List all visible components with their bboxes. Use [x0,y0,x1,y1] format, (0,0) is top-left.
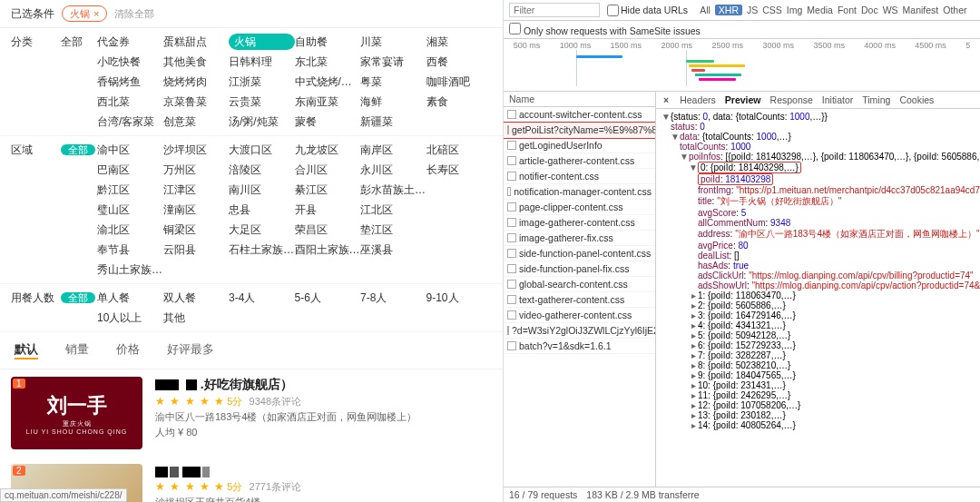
filter-option[interactable] [163,260,230,280]
filter-option[interactable]: 咖啡酒吧 [426,72,493,92]
request-row[interactable]: getLoginedUserInfo [504,138,655,153]
filter-option[interactable] [229,308,295,328]
request-row[interactable]: article-gatherer-content.css [504,153,655,169]
filter-option[interactable] [426,240,493,260]
filter-option[interactable]: 海鲜 [360,92,426,112]
filter-option[interactable] [426,220,493,240]
hide-data-urls-checkbox[interactable]: Hide data URLs [607,5,688,16]
area-all[interactable]: 全部 [61,144,95,155]
filter-option[interactable]: 酉阳土家族苗族自治县 [295,240,361,260]
waterfall-bar[interactable] [689,64,745,67]
filter-option[interactable]: 渝中区 [97,140,163,160]
filter-option[interactable]: 其他美食 [163,52,230,72]
filter-option[interactable]: 西北菜 [97,92,163,112]
filter-option[interactable]: 巴南区 [97,160,163,180]
tab-timing[interactable]: Timing [862,94,890,105]
filter-type-font[interactable]: Font [838,5,857,15]
filter-option[interactable]: 南川区 [229,180,295,200]
filter-option[interactable]: 火锅 [229,34,295,50]
filter-option[interactable]: 双人餐 [163,288,230,308]
filter-option[interactable]: 云阳县 [163,240,230,260]
filter-option[interactable]: 永川区 [360,160,426,180]
filter-option[interactable] [426,180,493,200]
waterfall-bar[interactable] [691,69,705,72]
filter-option[interactable]: 5-6人 [295,288,361,308]
sort-price[interactable]: 价格 [116,341,140,359]
filter-type-img[interactable]: Img [787,5,803,15]
sort-sales[interactable]: 销量 [65,341,89,359]
filter-option[interactable]: 铜梁区 [163,220,230,240]
filter-type-js[interactable]: JS [747,5,758,15]
request-list[interactable]: Name account-switcher-content.cssgetPoiL… [504,92,656,487]
filter-option[interactable]: 汤/粥/炖菜 [229,112,295,132]
filter-option[interactable]: 江北区 [360,200,426,220]
request-row[interactable]: image-gatherer-fix.css [504,231,655,246]
filter-option[interactable] [426,308,493,328]
tab-initiator[interactable]: Initiator [822,94,853,105]
filter-option[interactable]: 中式烧烤/烤串 [295,72,361,92]
filter-type-media[interactable]: Media [807,5,833,15]
sort-best[interactable]: 好评最多 [167,341,214,359]
filter-option[interactable]: 日韩料理 [229,52,295,72]
filter-option[interactable]: 巫溪县 [360,240,426,260]
filter-option[interactable]: 烧烤烤肉 [163,72,230,92]
waterfall-bar[interactable] [576,55,622,58]
samesite-checkbox[interactable]: Only show requests with SameSite issues [509,25,701,36]
filter-option[interactable] [229,260,295,280]
filter-option[interactable]: 小吃快餐 [97,52,163,72]
filter-option[interactable]: 东南亚菜 [295,92,361,112]
filter-option[interactable]: 奉节县 [97,240,163,260]
filter-option[interactable]: 大渡口区 [229,140,295,160]
filter-option[interactable]: 蒙餐 [295,112,361,132]
filter-option[interactable]: 川菜 [360,32,426,52]
filter-option[interactable] [426,260,493,280]
waterfall-bar[interactable] [686,60,714,63]
filter-type-other[interactable]: Other [943,5,966,15]
filter-option[interactable]: 自助餐 [295,32,361,52]
filter-input[interactable] [509,3,600,17]
request-row[interactable]: side-function-panel-content.css [504,246,655,261]
filter-option[interactable]: 云贵菜 [229,92,295,112]
filter-option[interactable]: 北碚区 [426,140,493,160]
request-row[interactable]: notification-manager-content.css [504,184,655,200]
filter-type-xhr[interactable]: XHR [715,5,742,15]
tab-cookies[interactable]: Cookies [899,94,934,105]
request-row[interactable]: account-switcher-content.css [504,107,655,123]
request-row[interactable]: video-gatherer-content.css [504,308,655,323]
filter-option[interactable]: 10人以上 [97,308,163,328]
filter-option[interactable] [360,260,426,280]
filter-option[interactable]: 大足区 [229,220,295,240]
filter-option[interactable]: 粤菜 [360,72,426,92]
clear-all-link[interactable]: 清除全部 [114,7,154,21]
filter-option[interactable] [426,112,493,132]
filter-option[interactable]: 忠县 [229,200,295,220]
filter-type-css[interactable]: CSS [762,5,782,15]
filter-option[interactable] [360,308,426,328]
review-count[interactable]: 9348条评论 [250,396,301,407]
request-row[interactable]: notifier-content.css [504,169,655,184]
filter-option[interactable]: 东北菜 [295,52,361,72]
filter-option[interactable]: 潼南区 [163,200,230,220]
filter-type-ws[interactable]: WS [883,5,898,15]
tab-headers[interactable]: Headers [680,94,716,105]
filter-option[interactable]: 素食 [426,92,493,112]
filter-option[interactable]: 九龙坡区 [295,140,361,160]
filter-option[interactable]: 家常宴请 [360,52,426,72]
filter-option[interactable]: 长寿区 [426,160,493,180]
filter-type-doc[interactable]: Doc [861,5,878,15]
filter-option[interactable]: 彭水苗族土家族自治县 [360,180,426,200]
filter-option[interactable]: 万州区 [163,160,230,180]
close-icon[interactable]: × [663,94,669,105]
filter-option[interactable]: 创意菜 [163,112,230,132]
filter-option[interactable]: 涪陵区 [229,160,295,180]
close-icon[interactable]: × [93,8,99,19]
waterfall-bar[interactable] [695,74,741,76]
review-count[interactable]: 2771条评论 [250,481,301,492]
request-row[interactable]: batch?v=1&sdk=1.6.1 [504,339,655,354]
category-all[interactable]: 全部 [61,35,83,48]
filter-option[interactable]: 合川区 [295,160,361,180]
filter-option[interactable]: 7-8人 [360,288,426,308]
request-row[interactable]: global-search-content.css [504,277,655,292]
filter-option[interactable]: 渝北区 [97,220,163,240]
request-row[interactable]: ?d=W3siY2glOiJ3ZWlLCjzYyl6IjE2ZODA... [504,323,655,339]
